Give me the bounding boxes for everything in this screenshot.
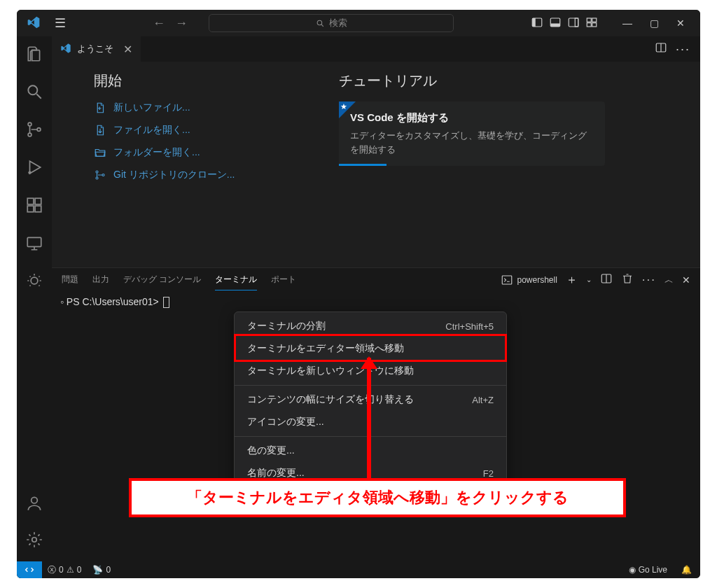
vscode-logo-icon — [27, 15, 41, 31]
extensions-icon[interactable] — [25, 196, 43, 217]
svg-point-28 — [96, 171, 98, 173]
settings-gear-icon[interactable] — [25, 531, 43, 552]
customize-layout-icon[interactable] — [585, 16, 598, 31]
layout-controls — [531, 16, 598, 31]
new-terminal-icon[interactable]: ＋ — [566, 272, 578, 288]
status-bar: ⓧ0 ⚠0 📡0 ◉Go Live 🔔 — [17, 561, 700, 578]
toggle-panel-icon[interactable] — [549, 16, 562, 31]
panel-tabs: 問題 出力 デバッグ コンソール ターミナル ポート powershell ＋ … — [52, 268, 700, 292]
hamburger-menu-icon[interactable]: ☰ — [55, 15, 66, 31]
split-terminal-icon[interactable] — [600, 272, 613, 287]
more-actions-icon[interactable]: ··· — [676, 42, 690, 57]
toggle-secondary-sidebar-icon[interactable] — [567, 16, 580, 31]
terminal-body[interactable]: ◦ PS C:\Users\user01> ターミナルの分割Ctrl+Shift… — [52, 292, 700, 561]
panel-tab-debug-console[interactable]: デバッグ コンソール — [123, 270, 201, 290]
svg-rect-21 — [35, 198, 41, 204]
maximize-panel-icon[interactable]: ︿ — [664, 274, 674, 286]
close-panel-icon[interactable]: ✕ — [682, 274, 690, 286]
window-maximize-button[interactable]: ▢ — [644, 18, 664, 29]
testing-icon[interactable] — [25, 272, 43, 293]
svg-rect-5 — [550, 23, 560, 27]
menu-item-split-terminal[interactable]: ターミナルの分割Ctrl+Shift+5 — [235, 315, 506, 337]
remote-indicator[interactable] — [17, 561, 42, 578]
terminal-dropdown-icon[interactable]: ⌄ — [586, 276, 592, 284]
svg-line-13 — [36, 94, 41, 99]
command-center-search[interactable]: 検索 — [209, 14, 454, 32]
search-icon[interactable] — [25, 83, 43, 104]
explorer-icon[interactable] — [25, 45, 43, 66]
status-ports[interactable]: 📡0 — [87, 565, 116, 575]
remote-explorer-icon[interactable] — [25, 234, 43, 255]
warning-icon: ⚠ — [67, 565, 74, 575]
tab-welcome[interactable]: ようこそ ✕ — [52, 36, 141, 62]
svg-point-25 — [32, 538, 37, 542]
svg-point-30 — [102, 174, 104, 176]
panel-tab-terminal[interactable]: ターミナル — [215, 270, 257, 290]
source-control-icon[interactable] — [25, 120, 43, 141]
svg-line-1 — [321, 24, 323, 27]
tab-close-icon[interactable]: ✕ — [119, 43, 132, 56]
start-list: 新しいファイル... ファイルを開く... フォルダーを開く... Git リポ… — [94, 102, 304, 181]
svg-rect-9 — [592, 18, 597, 22]
panel-more-icon[interactable]: ··· — [642, 273, 656, 287]
svg-point-16 — [37, 128, 41, 132]
tutorial-desc: エディターをカスタマイズし、基礎を学び、コーディングを開始する — [350, 129, 594, 156]
start-clone-git[interactable]: Git リポジトリのクローン... — [94, 169, 304, 181]
terminal-cursor — [163, 297, 169, 308]
bottom-panel: 問題 出力 デバッグ コンソール ターミナル ポート powershell ＋ … — [52, 267, 700, 561]
broadcast-icon: ◉ — [629, 565, 636, 575]
panel-tab-problems[interactable]: 問題 — [62, 270, 78, 290]
tutorial-title: VS Code を開始する — [350, 111, 594, 125]
window-minimize-button[interactable]: — — [618, 18, 637, 29]
star-icon: ★ — [340, 102, 347, 111]
accounts-icon[interactable] — [25, 494, 43, 515]
nav-forward-icon[interactable]: → — [175, 16, 188, 31]
vscode-window: ☰ ← → 検索 — ▢ ✕ — [17, 10, 700, 578]
activity-bar — [17, 36, 52, 561]
svg-rect-31 — [503, 276, 513, 284]
terminal-prompt: ◦ PS C:\Users\user01> — [60, 296, 162, 307]
svg-rect-3 — [532, 18, 536, 27]
svg-point-17 — [28, 171, 31, 174]
svg-rect-7 — [575, 18, 578, 27]
notifications-bell-icon[interactable]: 🔔 — [681, 565, 692, 575]
svg-point-23 — [31, 277, 38, 284]
panel-tab-ports[interactable]: ポート — [271, 270, 296, 290]
editor-tabs: ようこそ ✕ ··· — [52, 36, 700, 62]
tutorial-card-get-started[interactable]: ★ VS Code を開始する エディターをカスタマイズし、基礎を学び、コーディ… — [339, 102, 605, 166]
error-icon: ⓧ — [48, 564, 56, 576]
start-heading: 開始 — [94, 71, 304, 90]
start-new-file[interactable]: 新しいファイル... — [94, 102, 304, 114]
window-close-button[interactable]: ✕ — [671, 18, 690, 29]
svg-rect-10 — [587, 22, 591, 26]
tab-title: ようこそ — [77, 43, 113, 55]
kill-terminal-icon[interactable] — [621, 272, 634, 287]
svg-point-24 — [32, 497, 38, 503]
svg-rect-20 — [35, 206, 41, 212]
toggle-primary-sidebar-icon[interactable] — [531, 16, 543, 31]
status-problems[interactable]: ⓧ0 ⚠0 — [42, 564, 87, 576]
svg-rect-18 — [27, 198, 34, 204]
tutorial-progress — [339, 164, 387, 166]
search-placeholder: 検索 — [329, 17, 347, 29]
tutorial-heading: チュートリアル — [339, 71, 605, 90]
nav-back-icon[interactable]: ← — [153, 16, 165, 31]
svg-point-0 — [317, 20, 322, 25]
start-open-file[interactable]: ファイルを開く... — [94, 124, 304, 136]
svg-point-15 — [28, 133, 32, 136]
svg-rect-19 — [27, 206, 34, 212]
status-go-live[interactable]: ◉Go Live — [623, 565, 673, 575]
svg-rect-6 — [569, 18, 578, 27]
split-editor-icon[interactable] — [655, 41, 667, 57]
annotation-arrow — [367, 358, 371, 481]
run-debug-icon[interactable] — [25, 158, 43, 179]
panel-tab-output[interactable]: 出力 — [92, 270, 109, 290]
welcome-page: 開始 新しいファイル... ファイルを開く... フォルダーを開く... Git… — [52, 62, 700, 267]
svg-point-14 — [28, 122, 32, 126]
svg-rect-22 — [27, 237, 41, 246]
svg-rect-11 — [592, 22, 597, 26]
titlebar: ☰ ← → 検索 — ▢ ✕ — [17, 10, 700, 36]
start-open-folder[interactable]: フォルダーを開く... — [94, 146, 304, 159]
vscode-logo-icon — [60, 43, 71, 56]
terminal-shell-selector[interactable]: powershell — [501, 274, 557, 286]
